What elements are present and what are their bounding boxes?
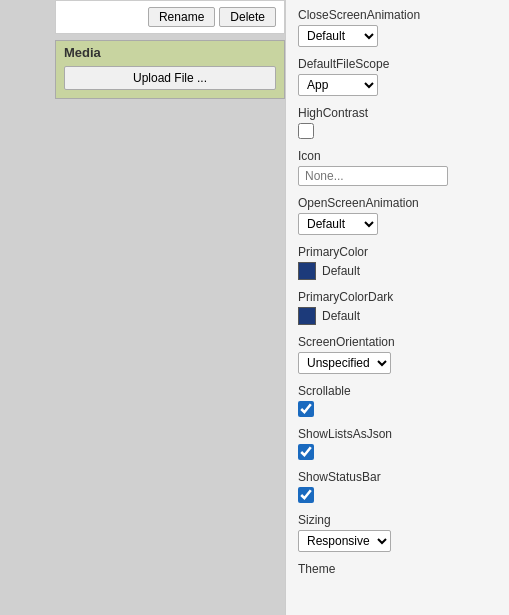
field-default-file-scope: DefaultFileScope App Legacy Shared — [298, 57, 497, 96]
primary-color-swatch[interactable] — [298, 262, 316, 280]
open-screen-animation-label: OpenScreenAnimation — [298, 196, 497, 210]
show-status-bar-label: ShowStatusBar — [298, 470, 497, 484]
field-sizing: Sizing Responsive Fixed — [298, 513, 497, 552]
primary-color-label: PrimaryColor — [298, 245, 497, 259]
scrollable-checkbox[interactable] — [298, 401, 314, 417]
field-icon: Icon — [298, 149, 497, 186]
media-section: Media Upload File ... — [55, 40, 285, 99]
high-contrast-label: HighContrast — [298, 106, 497, 120]
field-primary-color: PrimaryColor Default — [298, 245, 497, 280]
close-screen-animation-label: CloseScreenAnimation — [298, 8, 497, 22]
high-contrast-checkbox[interactable] — [298, 123, 314, 139]
scrollable-checkbox-field — [298, 401, 497, 417]
show-lists-as-json-label: ShowListsAsJson — [298, 427, 497, 441]
delete-button[interactable]: Delete — [219, 7, 276, 27]
field-show-status-bar: ShowStatusBar — [298, 470, 497, 503]
default-file-scope-label: DefaultFileScope — [298, 57, 497, 71]
right-panel: CloseScreenAnimation Default None Slide … — [285, 0, 509, 615]
field-primary-color-dark: PrimaryColorDark Default — [298, 290, 497, 325]
show-status-bar-checkbox-field — [298, 487, 497, 503]
show-status-bar-checkbox[interactable] — [298, 487, 314, 503]
scrollable-label: Scrollable — [298, 384, 497, 398]
field-high-contrast: HighContrast — [298, 106, 497, 139]
gray-sidebar — [0, 0, 55, 615]
icon-input[interactable] — [298, 166, 448, 186]
screen-orientation-label: ScreenOrientation — [298, 335, 497, 349]
sizing-select[interactable]: Responsive Fixed — [298, 530, 391, 552]
upload-file-button[interactable]: Upload File ... — [64, 66, 276, 90]
primary-color-dark-value-label: Default — [322, 309, 360, 323]
close-screen-animation-select[interactable]: Default None Slide Fade — [298, 25, 378, 47]
default-file-scope-select[interactable]: App Legacy Shared — [298, 74, 378, 96]
show-lists-as-json-checkbox[interactable] — [298, 444, 314, 460]
high-contrast-checkbox-field — [298, 123, 497, 139]
rename-button[interactable]: Rename — [148, 7, 215, 27]
icon-label: Icon — [298, 149, 497, 163]
screen-orientation-select[interactable]: Unspecified Portrait Landscape Sensor — [298, 352, 391, 374]
primary-color-dark-label: PrimaryColorDark — [298, 290, 497, 304]
primary-color-dark-swatch[interactable] — [298, 307, 316, 325]
theme-label: Theme — [298, 562, 497, 576]
field-open-screen-animation: OpenScreenAnimation Default None Slide F… — [298, 196, 497, 235]
field-theme: Theme — [298, 562, 497, 576]
field-scrollable: Scrollable — [298, 384, 497, 417]
media-title: Media — [64, 45, 276, 60]
show-lists-as-json-checkbox-field — [298, 444, 497, 460]
primary-color-value-label: Default — [322, 264, 360, 278]
field-screen-orientation: ScreenOrientation Unspecified Portrait L… — [298, 335, 497, 374]
open-screen-animation-select[interactable]: Default None Slide Fade — [298, 213, 378, 235]
left-panel: Rename Delete Media Upload File ... — [0, 0, 285, 615]
field-show-lists-as-json: ShowListsAsJson — [298, 427, 497, 460]
primary-color-dark-field: Default — [298, 307, 497, 325]
sizing-label: Sizing — [298, 513, 497, 527]
top-buttons-area: Rename Delete — [55, 0, 285, 34]
primary-color-field: Default — [298, 262, 497, 280]
field-close-screen-animation: CloseScreenAnimation Default None Slide … — [298, 8, 497, 47]
